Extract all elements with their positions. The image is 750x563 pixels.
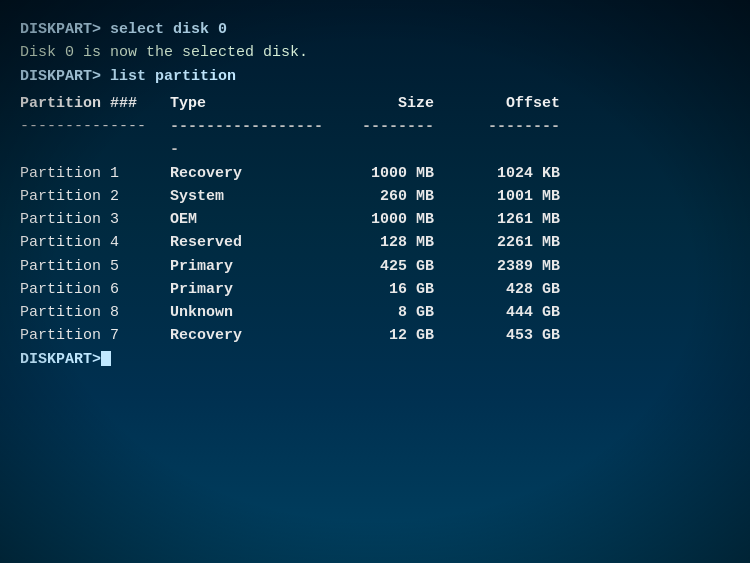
col-header-partition: Partition ###	[20, 92, 170, 115]
info-line-1: Disk 0 is now the selected disk.	[20, 41, 730, 64]
cmd-line-1: DISKPART> select disk 0	[20, 18, 730, 41]
table-row: Partition 8 Unknown 8 GB 444 GB	[20, 301, 730, 324]
cell-size: 260 MB	[330, 185, 450, 208]
table-row: Partition 4 Reserved 128 MB 2261 MB	[20, 231, 730, 254]
final-prompt: DISKPART>	[20, 348, 730, 371]
cell-type: Unknown	[170, 301, 330, 324]
cell-partition: Partition 7	[20, 324, 170, 347]
cell-partition: Partition 2	[20, 185, 170, 208]
col-header-size: Size	[330, 92, 450, 115]
table-header: Partition ### Type Size Offset	[20, 92, 730, 115]
col-header-offset: Offset	[450, 92, 560, 115]
cell-offset: 2261 MB	[450, 231, 560, 254]
cell-size: 12 GB	[330, 324, 450, 347]
cell-size: 16 GB	[330, 278, 450, 301]
cell-type: System	[170, 185, 330, 208]
cell-size: 8 GB	[330, 301, 450, 324]
div-partition: --------------	[20, 115, 170, 162]
cell-offset: 2389 MB	[450, 255, 560, 278]
cell-type: Primary	[170, 255, 330, 278]
cell-type: Recovery	[170, 324, 330, 347]
cursor-blink	[101, 351, 111, 366]
cell-size: 425 GB	[330, 255, 450, 278]
cell-type: Recovery	[170, 162, 330, 185]
table-divider: -------------- ------------------ ------…	[20, 115, 730, 162]
cell-size: 1000 MB	[330, 162, 450, 185]
table-body: Partition 1 Recovery 1000 MB 1024 KB Par…	[20, 162, 730, 348]
cell-partition: Partition 8	[20, 301, 170, 324]
table-row: Partition 7 Recovery 12 GB 453 GB	[20, 324, 730, 347]
cell-type: Reserved	[170, 231, 330, 254]
cell-offset: 428 GB	[450, 278, 560, 301]
cell-offset: 453 GB	[450, 324, 560, 347]
table-row: Partition 5 Primary 425 GB 2389 MB	[20, 255, 730, 278]
cell-type: Primary	[170, 278, 330, 301]
div-type: ------------------	[170, 115, 330, 162]
terminal-output: DISKPART> select disk 0 Disk 0 is now th…	[20, 18, 730, 371]
table-row: Partition 2 System 260 MB 1001 MB	[20, 185, 730, 208]
div-offset: --------	[450, 115, 560, 162]
table-row: Partition 1 Recovery 1000 MB 1024 KB	[20, 162, 730, 185]
terminal-screen: DISKPART> select disk 0 Disk 0 is now th…	[0, 0, 750, 563]
cell-partition: Partition 4	[20, 231, 170, 254]
div-size: --------	[330, 115, 450, 162]
cell-offset: 444 GB	[450, 301, 560, 324]
table-row: Partition 3 OEM 1000 MB 1261 MB	[20, 208, 730, 231]
cell-partition: Partition 5	[20, 255, 170, 278]
col-header-type: Type	[170, 92, 330, 115]
cmd-line-2: DISKPART> list partition	[20, 65, 730, 88]
cell-offset: 1001 MB	[450, 185, 560, 208]
cell-size: 1000 MB	[330, 208, 450, 231]
cell-offset: 1261 MB	[450, 208, 560, 231]
cell-partition: Partition 1	[20, 162, 170, 185]
cell-offset: 1024 KB	[450, 162, 560, 185]
cell-type: OEM	[170, 208, 330, 231]
cell-partition: Partition 3	[20, 208, 170, 231]
cell-partition: Partition 6	[20, 278, 170, 301]
table-row: Partition 6 Primary 16 GB 428 GB	[20, 278, 730, 301]
cell-size: 128 MB	[330, 231, 450, 254]
